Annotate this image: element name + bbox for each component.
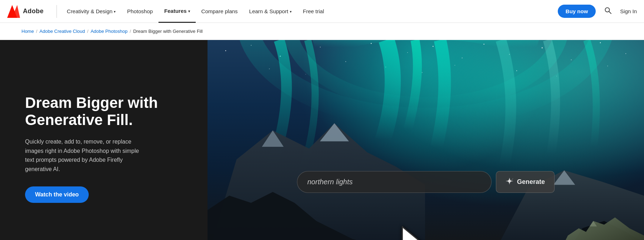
nav-free-trial-label: Free trial [303,8,324,14]
generative-fill-input[interactable] [297,171,492,193]
aurora-background [208,40,644,240]
breadcrumb-current: Dream Bigger with Generative Fill [133,29,203,34]
chevron-down-icon-2: ▾ [188,9,190,13]
search-button[interactable] [601,4,614,19]
nav-learn-support-label: Learn & Support [249,8,288,14]
svg-line-3 [609,11,611,14]
generate-sparkle-icon [506,177,513,185]
breadcrumb-sep-3: / [130,29,131,34]
chevron-down-icon-3: ▾ [290,10,292,14]
mountain-left [208,94,426,240]
svg-marker-36 [557,218,644,240]
nav-photoshop-label: Photoshop [127,8,153,14]
nav-photoshop[interactable]: Photoshop [121,0,158,23]
hero-title: Dream Bigger with Generative Fill. [25,94,182,129]
nav-compare-plans[interactable]: Compare plans [196,0,244,23]
watch-video-button[interactable]: Watch the video [25,186,89,203]
breadcrumb-sep-2: / [87,29,89,34]
generate-label: Generate [517,178,545,186]
navbar: Adobe Creativity & Design ▾ Photoshop Fe… [0,0,644,23]
nav-compare-plans-label: Compare plans [201,8,238,14]
generate-icon [506,177,513,187]
nav-features-label: Features [164,8,187,14]
breadcrumb-creative-cloud[interactable]: Adobe Creative Cloud [39,29,85,34]
breadcrumb: Home / Adobe Creative Cloud / Adobe Phot… [0,23,644,40]
hero-left-panel: Dream Bigger with Generative Fill. Quick… [0,40,208,240]
hero-right-panel: Generate [208,40,644,240]
nav-features[interactable]: Features ▾ [158,0,196,23]
adobe-logo[interactable]: Adobe [7,5,44,18]
buy-now-button[interactable]: Buy now [558,5,596,18]
prompt-area: Generate [297,171,555,193]
adobe-logo-text: Adobe [23,8,44,15]
nav-learn-support[interactable]: Learn & Support ▾ [243,0,297,23]
search-icon [604,7,611,14]
nav-creativity-design[interactable]: Creativity & Design ▾ [61,0,122,23]
breadcrumb-photoshop[interactable]: Adobe Photoshop [91,29,127,34]
adobe-logo-svg [7,5,20,18]
nav-free-trial[interactable]: Free trial [297,0,330,23]
breadcrumb-sep-1: / [36,29,38,34]
chevron-down-icon: ▾ [114,10,116,14]
nav-right: Buy now Sign In [558,4,637,19]
nav-divider [57,5,57,18]
hero-section: Dream Bigger with Generative Fill. Quick… [0,40,644,240]
nav-creativity-design-label: Creativity & Design [67,8,113,14]
hero-description: Quickly create, add to, remove, or repla… [25,137,147,174]
generate-button[interactable]: Generate [496,171,555,193]
rocks-right [557,170,644,240]
breadcrumb-home[interactable]: Home [21,29,34,34]
nav-links: Creativity & Design ▾ Photoshop Features… [61,0,558,23]
sign-in-button[interactable]: Sign In [620,8,637,14]
